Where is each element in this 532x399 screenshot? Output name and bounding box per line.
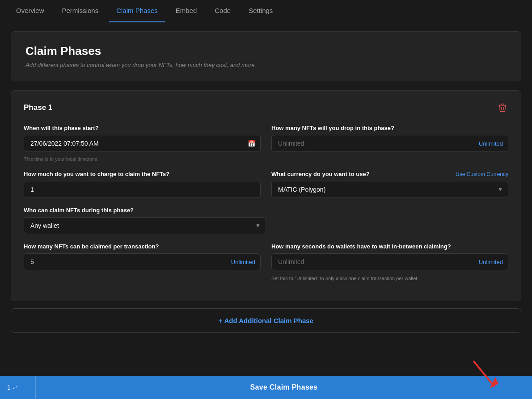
calendar-icon: 📅 [248, 140, 255, 147]
who-can-claim-select[interactable]: Any wallet Specific wallets [24, 217, 266, 234]
start-date-label: When will this phase start? [24, 125, 261, 131]
nft-drop-count-wrapper: Unlimited [271, 135, 508, 152]
who-can-claim-label: Who can claim NFTs during this phase? [24, 207, 266, 214]
wait-time-note: Set this to "Unlimited" to only allow on… [271, 276, 508, 281]
custom-currency-link[interactable]: Use Custom Currency [456, 171, 508, 177]
per-tx-group: How many NFTs can be claimed per transac… [24, 243, 261, 281]
nft-drop-count-group: How many NFTs will you drop in this phas… [271, 125, 508, 162]
delete-phase-button[interactable] [497, 101, 508, 114]
currency-label-row: What currency do you want to use? Use Cu… [271, 171, 508, 177]
navigation: Overview Permissions Claim Phases Embed … [0, 0, 532, 22]
nav-item-embed[interactable]: Embed [169, 0, 204, 22]
phase-counter: 1 ⇌ [0, 376, 36, 399]
phase-header: Phase 1 [24, 101, 508, 114]
save-label: Save Claim Phases [250, 383, 318, 391]
nft-drop-count-input[interactable] [271, 135, 508, 152]
currency-group: What currency do you want to use? Use Cu… [271, 171, 508, 198]
form-row-1: When will this phase start? 📅 This time … [24, 125, 508, 162]
charge-group: How much do you want to charge to claim … [24, 171, 261, 198]
page-content: Claim Phases Add different phases to con… [0, 22, 532, 382]
add-phase-button[interactable]: + Add Additional Claim Phase [11, 308, 521, 333]
who-can-claim-wrapper: Any wallet Specific wallets ▼ [24, 217, 266, 234]
save-claim-phases-button[interactable]: Save Claim Phases [36, 376, 532, 399]
nav-item-claim-phases[interactable]: Claim Phases [109, 0, 165, 22]
charge-wrapper [24, 181, 261, 198]
add-phase-label: + Add Additional Claim Phase [219, 317, 313, 324]
form-row-4: How many NFTs can be claimed per transac… [24, 243, 508, 281]
currency-label: What currency do you want to use? [271, 171, 370, 177]
phase-card: Phase 1 When will this phase start? 📅 Th… [11, 90, 521, 301]
nav-item-code[interactable]: Code [207, 0, 238, 22]
form-row-2: How much do you want to charge to claim … [24, 171, 508, 198]
page-subtitle: Add different phases to control when you… [25, 62, 507, 68]
header-section: Claim Phases Add different phases to con… [11, 31, 521, 81]
per-tx-input[interactable] [24, 253, 261, 270]
wait-time-input[interactable] [271, 253, 508, 270]
per-tx-label: How many NFTs can be claimed per transac… [24, 243, 261, 250]
start-date-wrapper: 📅 [24, 135, 261, 152]
wait-time-label: How many seconds do wallets have to wait… [271, 243, 508, 250]
who-can-claim-group: Who can claim NFTs during this phase? An… [24, 207, 266, 234]
bottom-bar: 1 ⇌ Save Claim Phases [0, 376, 532, 399]
wait-time-group: How many seconds do wallets have to wait… [271, 243, 508, 281]
form-row-3: Who can claim NFTs during this phase? An… [24, 207, 266, 234]
charge-input[interactable] [24, 181, 261, 198]
page-title: Claim Phases [25, 44, 507, 58]
start-date-hint: This time is in your local timezone. [24, 156, 261, 162]
nav-item-permissions[interactable]: Permissions [55, 0, 106, 22]
nav-item-overview[interactable]: Overview [9, 0, 51, 22]
per-tx-wrapper: Unlimited [24, 253, 261, 270]
nav-item-settings[interactable]: Settings [241, 0, 280, 22]
currency-select[interactable]: MATIC (Polygon) ETH USDC USDT [271, 181, 508, 198]
start-date-input[interactable] [24, 135, 261, 152]
phase-title: Phase 1 [24, 103, 52, 112]
wait-time-wrapper: Unlimited [271, 253, 508, 270]
start-date-group: When will this phase start? 📅 This time … [24, 125, 261, 162]
nft-drop-count-label: How many NFTs will you drop in this phas… [271, 125, 508, 131]
currency-select-wrapper: MATIC (Polygon) ETH USDC USDT ▼ [271, 181, 508, 198]
charge-label: How much do you want to charge to claim … [24, 171, 261, 177]
